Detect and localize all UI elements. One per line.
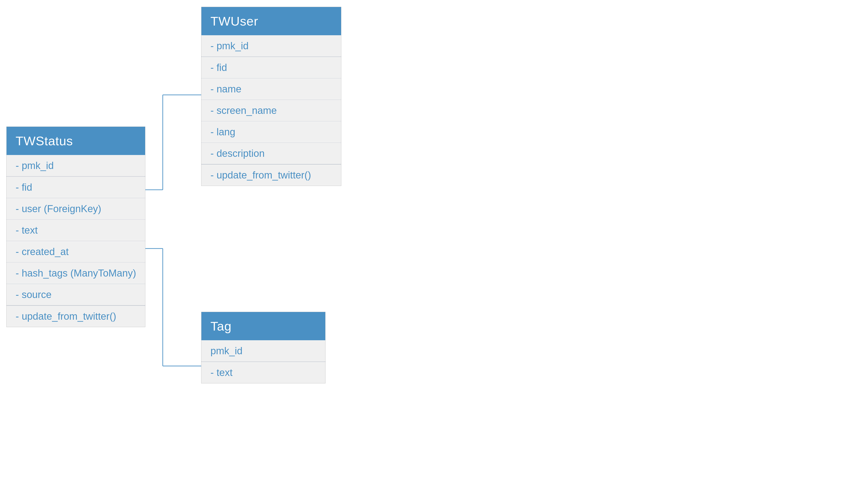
twuser-field-lang: - lang: [202, 121, 341, 143]
twuser-body: - pmk_id - fid - name - screen_name - la…: [202, 35, 341, 186]
twstatus-field-created_at: - created_at: [6, 241, 145, 263]
twstatus-header: TWStatus: [6, 127, 145, 155]
twuser-field-fid: - fid: [202, 57, 341, 78]
twuser-field-description: - description: [202, 143, 341, 164]
tag-field-text: - text: [202, 362, 325, 383]
tag-field-pmk_id: pmk_id: [202, 340, 325, 362]
twuser-field-pmk_id: - pmk_id: [202, 35, 341, 57]
twuser-field-update: - update_from_twitter(): [202, 164, 341, 186]
twuser-entity: TWUser - pmk_id - fid - name - screen_na…: [201, 7, 341, 186]
diagram-container: TWStatus - pmk_id - fid - user (ForeignK…: [0, 0, 868, 488]
twuser-field-screen_name: - screen_name: [202, 100, 341, 121]
twstatus-field-pmk_id: - pmk_id: [6, 155, 145, 176]
twstatus-field-hash_tags: - hash_tags (ManyToMany): [6, 263, 145, 284]
twstatus-field-update: - update_from_twitter(): [6, 305, 145, 327]
twstatus-title: TWStatus: [16, 134, 73, 148]
tag-body: pmk_id - text: [202, 340, 325, 383]
twstatus-field-source: - source: [6, 284, 145, 305]
tag-entity: Tag pmk_id - text: [201, 312, 326, 383]
twstatus-field-fid: - fid: [6, 176, 145, 198]
twstatus-field-text: - text: [6, 220, 145, 241]
twstatus-field-user: - user (ForeignKey): [6, 198, 145, 220]
twstatus-entity: TWStatus - pmk_id - fid - user (ForeignK…: [6, 127, 145, 327]
twstatus-body: - pmk_id - fid - user (ForeignKey) - tex…: [6, 155, 145, 327]
twuser-header: TWUser: [202, 7, 341, 35]
twuser-field-name: - name: [202, 78, 341, 100]
twuser-title: TWUser: [211, 14, 258, 28]
tag-title: Tag: [211, 319, 231, 333]
tag-header: Tag: [202, 312, 325, 340]
